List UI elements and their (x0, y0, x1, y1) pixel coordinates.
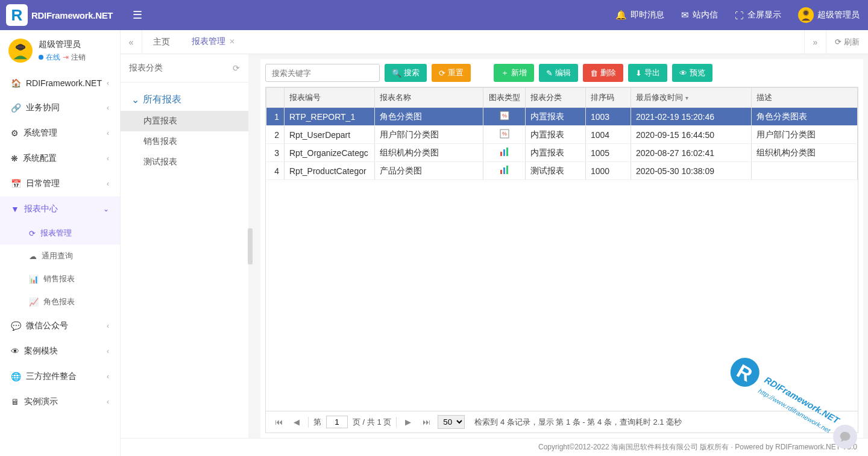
logout-icon[interactable]: ⇥ (63, 53, 69, 61)
delete-button[interactable]: 🗑删除 (583, 64, 623, 82)
chevron-icon: ‹ (107, 372, 109, 381)
reset-button[interactable]: ⟳重置 (432, 64, 471, 82)
sub-icon: 📊 (29, 275, 39, 284)
refresh-icon: ⟳ (835, 37, 841, 46)
sidebar-item-9[interactable]: 🖥实例演示‹ (0, 389, 120, 414)
edit-button[interactable]: ✎编辑 (539, 64, 578, 82)
nav-icon: 👁 (11, 346, 19, 356)
chat-button[interactable] (833, 425, 857, 449)
sidebar-item-6[interactable]: 💬微信公众号‹ (0, 313, 120, 339)
sidebar-sub-item-1[interactable]: ☁通用查询 (0, 245, 120, 267)
reset-icon: ⟳ (439, 69, 445, 78)
inbox-button[interactable]: ✉ 站内信 (673, 10, 726, 20)
tab-label: 报表管理 (192, 36, 225, 47)
btn-label: 编辑 (555, 67, 571, 78)
nav-label: 三方控件整合 (26, 371, 77, 382)
cell-sort: 1005 (586, 144, 631, 162)
svg-rect-9 (503, 149, 505, 156)
user-menu-button[interactable]: 超级管理员 (790, 7, 868, 23)
cell-time: 2021-02-19 15:20:46 (631, 108, 752, 126)
logout-button[interactable]: 注销 (71, 52, 86, 63)
sidebar-sub-item-3[interactable]: 📈角色报表 (0, 290, 120, 313)
svg-rect-11 (500, 170, 502, 174)
sub-icon: ☁ (29, 252, 37, 261)
splitter-handle[interactable] (248, 228, 253, 264)
svg-rect-10 (506, 148, 508, 156)
pager-last-button[interactable]: ⏭ (420, 416, 433, 429)
cell-category: 内置报表 (526, 108, 586, 126)
instant-message-label: 即时消息 (631, 10, 664, 20)
instant-message-button[interactable]: 🔔 即时消息 (607, 10, 673, 20)
mail-icon: ✉ (681, 10, 689, 20)
sub-label: 报表管理 (40, 228, 72, 239)
user-panel: 超级管理员 在线 ⇥ 注销 (0, 30, 120, 71)
column-header[interactable]: 排序码 (586, 88, 631, 108)
tree-node-2[interactable]: 测试报表 (121, 152, 248, 172)
refresh-button[interactable]: ⟳ 刷新 (826, 30, 868, 54)
tree-root-label: 所有报表 (143, 93, 181, 106)
table-row[interactable]: 3 Rpt_OrganizeCategc 组织机构分类图 内置报表 1005 2… (266, 144, 858, 162)
pager-page-input[interactable] (326, 416, 348, 428)
column-header[interactable]: 图表类型 (483, 88, 526, 108)
cell-desc: 角色分类图表 (752, 108, 858, 126)
tree-refresh-button[interactable]: ⟳ (233, 63, 240, 73)
sidebar-item-4[interactable]: 📅日常管理‹ (0, 171, 120, 196)
tab-scroll-right-button[interactable]: » (804, 30, 826, 54)
data-grid: 报表编号报表名称图表类型报表分类排序码最后修改时间▾描述 1 RTP_REPOR… (266, 87, 858, 180)
add-button[interactable]: ＋新增 (494, 64, 534, 82)
sidebar-item-3[interactable]: ❋系统配置‹ (0, 146, 120, 171)
pager-first-button[interactable]: ⏮ (272, 416, 285, 429)
sidebar-item-2[interactable]: ⚙系统管理‹ (0, 120, 120, 146)
online-dot-icon (39, 55, 43, 60)
nav-label: RDIFramework.NET (26, 78, 102, 88)
sidebar-sub-item-2[interactable]: 📊销售报表 (0, 267, 120, 290)
sidebar-item-5[interactable]: ▼报表中心⌄ (0, 196, 120, 222)
cell-sort: 1003 (586, 108, 631, 126)
cell-name: 用户部门分类图 (375, 126, 483, 144)
fullscreen-button[interactable]: ⛶ 全屏显示 (726, 10, 790, 20)
chevron-icon: ‹ (107, 398, 109, 406)
column-header[interactable] (266, 88, 285, 108)
nav-label: 系统管理 (24, 128, 57, 139)
search-button[interactable]: 🔍搜索 (385, 64, 427, 82)
avatar-icon (798, 7, 814, 23)
sidebar-item-1[interactable]: 🔗业务协同‹ (0, 95, 120, 120)
sidebar-item-0[interactable]: 🏠RDIFramework.NET‹ (0, 71, 120, 95)
tab-report-management[interactable]: 报表管理 ✕ (181, 30, 246, 54)
export-button[interactable]: ⬇导出 (628, 64, 667, 82)
table-row[interactable]: 4 Rpt_ProductCategor 产品分类图 测试报表 1000 202… (266, 162, 858, 180)
sidebar-toggle-button[interactable]: ☰ (121, 8, 154, 22)
nav-label: 业务协同 (26, 102, 60, 113)
column-header[interactable]: 描述 (752, 88, 858, 108)
tab-home[interactable]: 主页 (142, 30, 181, 54)
column-header[interactable]: 报表分类 (526, 88, 586, 108)
pager-prev-button[interactable]: ◀ (290, 416, 303, 429)
nav-label: 系统配置 (23, 153, 57, 164)
search-input[interactable] (265, 64, 380, 82)
tab-scroll-left-button[interactable]: « (121, 30, 142, 54)
column-header[interactable]: 报表编号 (285, 88, 375, 108)
column-header[interactable]: 最后修改时间▾ (631, 88, 752, 108)
sub-icon: 📈 (29, 298, 39, 307)
btn-label: 删除 (600, 67, 616, 78)
column-header[interactable]: 报表名称 (375, 88, 483, 108)
preview-button[interactable]: 👁预览 (672, 64, 712, 82)
tab-label: 主页 (153, 37, 170, 48)
svg-text:%: % (502, 131, 506, 137)
pager-next-button[interactable]: ▶ (401, 416, 415, 429)
close-icon[interactable]: ✕ (229, 37, 235, 46)
brand[interactable]: R RDIFramework.NET (0, 4, 121, 26)
pager-size-select[interactable]: 50 (438, 415, 465, 429)
table-row[interactable]: 1 RTP_REPORT_1 角色分类图 % 内置报表 1003 2021-02… (266, 108, 858, 126)
tree-root-node[interactable]: ⌄ 所有报表 (121, 89, 248, 111)
cell-time: 2020-08-27 16:02:41 (631, 144, 752, 162)
table-row[interactable]: 2 Rpt_UserDepart 用户部门分类图 % 内置报表 1004 202… (266, 126, 858, 144)
sidebar-item-7[interactable]: 👁案例模块‹ (0, 339, 120, 364)
sidebar-item-8[interactable]: 🌐三方控件整合‹ (0, 364, 120, 389)
cell-desc: 用户部门分类图 (752, 126, 858, 144)
sidebar-sub-item-0[interactable]: ⟳报表管理 (0, 222, 120, 245)
tree-node-0[interactable]: 内置报表 (121, 111, 248, 131)
tree-node-1[interactable]: 销售报表 (121, 131, 248, 152)
chevron-icon: ⌄ (103, 205, 109, 213)
grid-scroll[interactable]: 报表编号报表名称图表类型报表分类排序码最后修改时间▾描述 1 RTP_REPOR… (265, 87, 858, 411)
